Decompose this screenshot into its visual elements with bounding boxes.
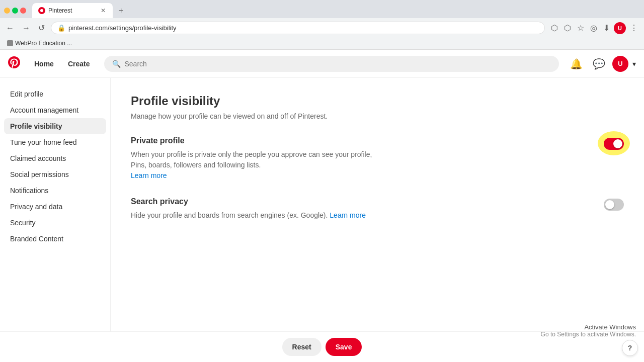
sidebar-item-claimed-accounts[interactable]: Claimed accounts [4, 150, 106, 166]
sidebar-item-profile-visibility[interactable]: Profile visibility [4, 118, 106, 134]
lock-icon: 🔒 [57, 24, 65, 32]
close-window-button[interactable] [20, 8, 26, 14]
header-icons: 🔔 💬 U ▾ [567, 55, 636, 73]
main-navigation: Home Create [28, 56, 96, 72]
sidebar-item-privacy-data[interactable]: Privacy and data [4, 199, 106, 215]
back-button[interactable]: ← [4, 22, 16, 35]
private-profile-learn-more[interactable]: Learn more [131, 171, 167, 179]
extension-icon[interactable]: ⬡ [562, 21, 573, 35]
pinterest-app: Home Create 🔍 Search 🔔 💬 U ▾ Edit profil… [0, 50, 644, 362]
refresh-button[interactable]: ↺ [36, 21, 47, 35]
pinterest-logo[interactable] [8, 56, 20, 71]
reset-button[interactable]: Reset [282, 338, 321, 356]
private-profile-header: Private profile When your profile is pri… [131, 136, 624, 181]
private-profile-toggle[interactable] [604, 138, 624, 150]
save-button[interactable]: Save [326, 338, 362, 356]
search-bar[interactable]: 🔍 Search [104, 56, 559, 72]
forward-button[interactable]: → [20, 22, 32, 35]
settings-main: Profile visibility Manage how your profi… [111, 78, 644, 362]
search-privacy-title: Search privacy [131, 197, 366, 206]
pinterest-header: Home Create 🔍 Search 🔔 💬 U ▾ [0, 50, 644, 78]
search-icon: 🔍 [112, 60, 121, 68]
bookmark-favicon [7, 40, 13, 46]
sidebar-item-security[interactable]: Security [4, 215, 106, 231]
messages-button[interactable]: 💬 [590, 55, 608, 73]
address-bar[interactable]: 🔒 pinterest.com/settings/profile-visibil… [51, 22, 545, 34]
sidebar-item-edit-profile[interactable]: Edit profile [4, 86, 106, 102]
chrome-icon[interactable]: ◎ [588, 21, 599, 35]
chevron-down-icon[interactable]: ▾ [632, 60, 636, 68]
notifications-bell-button[interactable]: 🔔 [567, 55, 586, 73]
search-privacy-header: Search privacy Hide your profile and boa… [131, 197, 624, 221]
toolbar-icons: ⬡ ⬡ ☆ ◎ ⬇ U ⋮ [549, 21, 640, 35]
private-profile-toggle-wrapper [604, 137, 624, 150]
page-subtitle: Manage how your profile can be viewed on… [131, 112, 624, 120]
home-nav-button[interactable]: Home [28, 56, 60, 72]
private-profile-section: Private profile When your profile is pri… [131, 136, 624, 181]
download-icon[interactable]: ⬇ [601, 21, 612, 35]
settings-sidebar: Edit profile Account management Profile … [0, 78, 111, 362]
active-tab[interactable]: Pinterest ✕ [32, 3, 113, 18]
tab-bar: Pinterest ✕ + [0, 0, 644, 18]
bookmark-item[interactable]: WebPro Education ... [4, 39, 75, 48]
new-tab-button[interactable]: + [115, 4, 127, 17]
search-privacy-learn-more[interactable]: Learn more [330, 211, 366, 219]
url-text: pinterest.com/settings/profile-visibilit… [68, 24, 538, 32]
windows-activation-notice: Activate Windows Go to Settings to activ… [541, 323, 636, 338]
private-profile-description: When your profile is private only the pe… [131, 149, 382, 181]
settings-layout: Edit profile Account management Profile … [0, 78, 644, 362]
address-bar-row: ← → ↺ 🔒 pinterest.com/settings/profile-v… [0, 18, 644, 38]
search-placeholder: Search [125, 60, 147, 68]
bookmark-label: WebPro Education ... [15, 40, 72, 47]
minimize-button[interactable] [4, 8, 10, 14]
bookmark-star-icon[interactable]: ☆ [575, 21, 586, 35]
help-button[interactable]: ? [622, 340, 638, 356]
user-avatar-button[interactable]: U [612, 56, 628, 72]
tab-title: Pinterest [48, 7, 97, 14]
maximize-button[interactable] [12, 8, 18, 14]
bookmarks-bar: WebPro Education ... [0, 38, 644, 49]
activate-windows-title: Activate Windows [541, 323, 636, 331]
sidebar-item-social-permissions[interactable]: Social permissions [4, 166, 106, 183]
sidebar-item-tune-home-feed[interactable]: Tune your home feed [4, 134, 106, 150]
create-nav-button[interactable]: Create [62, 56, 96, 72]
sidebar-item-branded-content[interactable]: Branded Content [4, 231, 106, 247]
tab-favicon [38, 7, 45, 14]
browser-chrome: Pinterest ✕ + ← → ↺ 🔒 pinterest.com/sett… [0, 0, 644, 50]
sidebar-item-account-management[interactable]: Account management [4, 102, 106, 118]
sidebar-item-notifications[interactable]: Notifications [4, 183, 106, 199]
screen-cast-icon[interactable]: ⬡ [549, 21, 560, 35]
search-privacy-toggle[interactable] [604, 199, 624, 211]
activate-windows-subtitle: Go to Settings to activate Windows. [541, 331, 636, 338]
search-privacy-section: Search privacy Hide your profile and boa… [131, 197, 624, 221]
search-privacy-toggle-wrapper [604, 198, 624, 211]
menu-icon[interactable]: ⋮ [628, 21, 640, 35]
private-profile-title: Private profile [131, 136, 382, 145]
chrome-user-avatar[interactable]: U [614, 22, 626, 34]
search-privacy-description: Hide your profile and boards from search… [131, 210, 366, 221]
tab-close-button[interactable]: ✕ [100, 6, 107, 15]
page-title: Profile visibility [131, 94, 624, 108]
